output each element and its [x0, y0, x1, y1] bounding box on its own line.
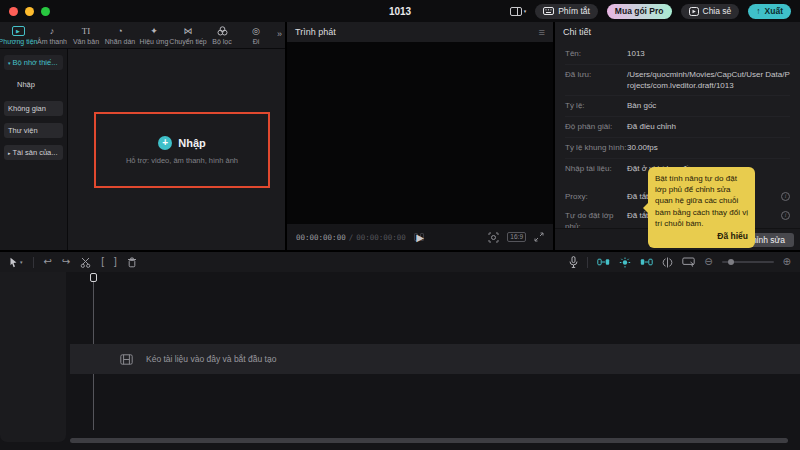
sticker-tab-icon: ◔	[117, 26, 122, 37]
sidebar-item-spaces[interactable]: Không gian	[4, 101, 63, 116]
timeline-tools-left: ▾ ↩ ↪ [ ]	[9, 257, 137, 268]
tab-effects[interactable]: ✦ Hiệu ứng	[137, 22, 171, 48]
info-icon[interactable]: i	[781, 192, 790, 201]
split-view-icon	[662, 257, 673, 268]
undo-button[interactable]: ↩	[44, 257, 52, 267]
tooltip-text: Bật tính năng tự do đặt lớp phủ để chỉnh…	[655, 173, 748, 229]
trim-right-button[interactable]: ]	[114, 257, 117, 267]
more-tabs-chevron[interactable]: »	[277, 29, 282, 39]
share-button[interactable]: Chia sẻ	[681, 4, 740, 19]
keyboard-icon	[543, 7, 554, 15]
media-sidebar: ▾ Bộ nhớ thiế... Nhập Không gian Thư việ…	[0, 49, 68, 250]
caret-right-icon: ▸	[8, 150, 11, 156]
delete-button[interactable]	[127, 257, 137, 268]
zoom-slider-handle[interactable]	[728, 259, 734, 265]
tab-text[interactable]: TI Văn bản	[69, 22, 103, 48]
export-button[interactable]: ↑ Xuất	[748, 4, 791, 19]
player-menu-icon[interactable]: ≡	[539, 26, 545, 38]
import-hint: Hỗ trợ: video, âm thanh, hình ảnh	[126, 156, 238, 165]
text-tab-icon: TI	[82, 26, 91, 37]
chevron-down-icon: ▾	[20, 259, 23, 265]
timecode-separator: /	[349, 233, 354, 242]
tooltip-confirm-button[interactable]: Đã hiểu	[655, 231, 748, 243]
snap-toggle-button[interactable]	[597, 257, 610, 267]
aspect-ratio-button[interactable]: 16:9	[507, 232, 526, 242]
timeline: ▾ ↩ ↪ [ ]	[0, 250, 800, 450]
split-view-button[interactable]	[662, 257, 673, 268]
titlebar-actions: ▾ Phím tắt Mua gói Pro Chia sẻ ↑ Xuất	[510, 4, 791, 19]
zoom-out-button[interactable]: ⊖	[704, 257, 712, 267]
tooltip-arrow	[643, 203, 648, 213]
caret-down-icon: ▾	[8, 60, 11, 66]
detail-row-name: Tên: 1013	[565, 49, 790, 65]
buy-pro-button[interactable]: Mua gói Pro	[607, 4, 672, 19]
toolbar-divider	[33, 257, 34, 268]
split-button[interactable]	[80, 257, 91, 268]
tab-stickers[interactable]: ◔ Nhãn dán	[103, 22, 137, 48]
detail-row-saved-path: Đã lưu: /Users/quocminh/Movies/CapCut/Us…	[565, 70, 790, 97]
audio-tab-icon: ♪	[50, 26, 55, 37]
zoom-in-button[interactable]: ⊕	[783, 257, 791, 267]
close-window-button[interactable]	[9, 7, 18, 16]
timecode-total: 00:00:00:00	[356, 233, 406, 242]
tab-transitions[interactable]: ⋈ Chuyển tiếp	[171, 22, 205, 48]
play-button[interactable]: ▶	[416, 232, 424, 243]
transitions-tab-icon: ⋈	[184, 26, 193, 37]
horizontal-scrollbar[interactable]	[70, 438, 788, 443]
tab-adjust[interactable]: ◎ Đi	[239, 22, 273, 48]
fullscreen-icon[interactable]	[534, 232, 544, 242]
sidebar-item-library[interactable]: Thư viện	[4, 123, 63, 138]
select-tool-button[interactable]: ▾	[9, 257, 23, 268]
media-tabbar: ▶ Phương tiện ♪ Âm thanh TI Văn bản ◔ Nh…	[0, 22, 285, 48]
player-viewport[interactable]	[287, 42, 553, 224]
media-content: + Nhập Hỗ trợ: video, âm thanh, hình ảnh	[68, 49, 285, 250]
plus-icon: +	[158, 136, 172, 150]
fit-screen-icon[interactable]	[488, 232, 499, 243]
trash-icon	[127, 257, 137, 268]
capcut-window: 1013 ▾ Phím tắt Mua gói Pro	[0, 0, 800, 450]
shortcuts-button[interactable]: Phím tắt	[535, 4, 598, 19]
free-overlay-tooltip: Bật tính năng tự do đặt lớp phủ để chỉnh…	[648, 167, 755, 248]
timeline-zoom-slider[interactable]	[722, 261, 774, 263]
buy-pro-label: Mua gói Pro	[615, 6, 664, 16]
playhead-handle[interactable]	[90, 273, 97, 282]
scissors-icon	[80, 257, 91, 268]
media-body: ▾ Bộ nhớ thiế... Nhập Không gian Thư việ…	[0, 48, 285, 250]
sidebar-item-your-assets[interactable]: ▸ Tài sản của...	[4, 145, 63, 160]
linkage-toggle-button[interactable]	[640, 257, 653, 267]
sidebar-item-device-storage[interactable]: ▾ Bộ nhớ thiế...	[4, 55, 63, 70]
media-tab-icon: ▶	[12, 26, 25, 36]
drop-hint-text: Kéo tài liệu vào đây và bắt đầu tạo	[146, 354, 276, 364]
sidebar-item-import[interactable]: Nhập	[4, 77, 63, 92]
trim-left-button[interactable]: [	[101, 257, 104, 267]
import-highlight-rectangle: + Nhập Hỗ trợ: video, âm thanh, hình ảnh	[94, 112, 270, 188]
preview-axis-icon	[619, 257, 631, 268]
empty-track-dropzone[interactable]: Kéo tài liệu vào đây và bắt đầu tạo	[70, 344, 800, 374]
maximize-window-button[interactable]	[41, 7, 50, 16]
adjust-tab-icon: ◎	[252, 26, 260, 37]
import-label: Nhập	[178, 137, 206, 149]
details-header: Chi tiết	[555, 22, 800, 42]
export-icon: ↑	[756, 6, 760, 16]
toolbar-divider	[587, 257, 588, 268]
layout-switch-button[interactable]: ▾	[510, 7, 527, 16]
tab-media[interactable]: ▶ Phương tiện	[1, 22, 35, 48]
tab-filters[interactable]: Bộ lọc	[205, 22, 239, 48]
minimize-window-button[interactable]	[25, 7, 34, 16]
import-dropzone[interactable]: + Nhập	[158, 136, 206, 150]
effects-tab-icon: ✦	[150, 26, 158, 37]
redo-button[interactable]: ↪	[62, 257, 70, 267]
linkage-icon	[640, 257, 653, 267]
tab-audio[interactable]: ♪ Âm thanh	[35, 22, 69, 48]
player-header: Trình phát ≡	[287, 22, 553, 42]
microphone-icon	[569, 256, 578, 268]
track-display-button[interactable]	[682, 257, 695, 267]
info-icon[interactable]: i	[781, 211, 790, 220]
preview-axis-toggle-button[interactable]	[619, 257, 631, 268]
timecode: 00:00:00:00 / 00:00:00:00	[296, 233, 406, 242]
player-title: Trình phát	[295, 27, 336, 37]
film-icon	[120, 354, 133, 365]
record-voiceover-button[interactable]	[569, 256, 578, 268]
player-panel: Trình phát ≡ 00:00:00:00 / 00:00:00:00 ▶	[287, 22, 553, 250]
titlebar: 1013 ▾ Phím tắt Mua gói Pro	[0, 0, 800, 22]
